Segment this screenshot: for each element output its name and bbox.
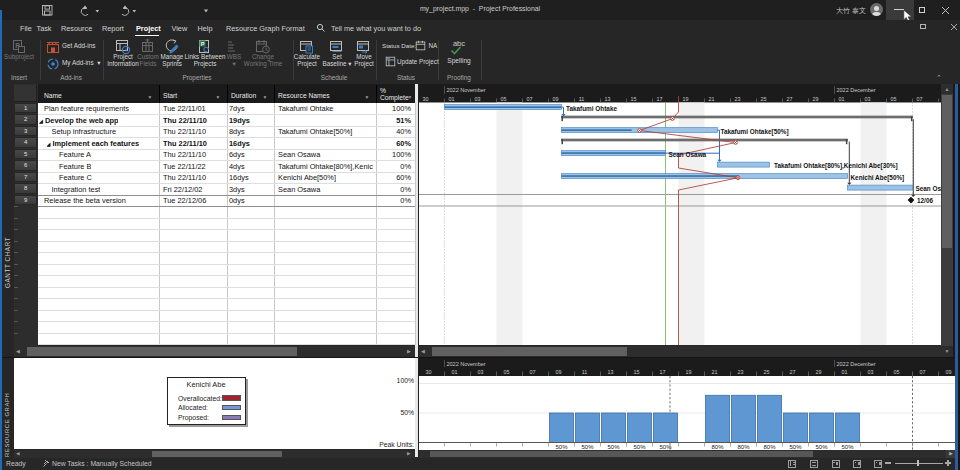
svg-text:01: 01 <box>839 96 845 102</box>
svg-text:01: 01 <box>842 369 848 375</box>
svg-text:03: 03 <box>478 369 484 375</box>
svg-text:03: 03 <box>475 96 481 102</box>
svg-text:2022 December: 2022 December <box>837 87 876 93</box>
svg-text:Sean Osawa: Sean Osawa <box>916 185 942 192</box>
svg-text:Takafumi Ohtake[80%],Kenichi A: Takafumi Ohtake[80%],Kenichi Abe[30%] <box>774 162 898 170</box>
svg-text:21: 21 <box>709 96 715 102</box>
svg-text:13: 13 <box>605 96 611 102</box>
svg-text:03: 03 <box>868 369 874 375</box>
svg-text:11: 11 <box>582 369 588 375</box>
svg-text:07: 07 <box>920 369 926 375</box>
svg-text:07: 07 <box>527 96 533 102</box>
svg-text:19: 19 <box>683 96 689 102</box>
svg-text:17: 17 <box>660 369 666 375</box>
svg-text:09: 09 <box>556 369 562 375</box>
svg-text:05: 05 <box>501 96 507 102</box>
svg-text:25: 25 <box>764 369 770 375</box>
svg-text:21: 21 <box>712 369 718 375</box>
svg-text:23: 23 <box>738 369 744 375</box>
svg-text:07: 07 <box>917 96 923 102</box>
svg-text:15: 15 <box>634 369 640 375</box>
svg-text:27: 27 <box>787 96 793 102</box>
svg-text:17: 17 <box>657 96 663 102</box>
svg-text:30: 30 <box>426 369 432 375</box>
svg-text:Kenichi Abe[50%]: Kenichi Abe[50%] <box>851 174 905 182</box>
svg-text:25: 25 <box>761 96 767 102</box>
svg-text:Takafumi Ohtake: Takafumi Ohtake <box>566 105 617 112</box>
svg-text:01: 01 <box>449 96 455 102</box>
svg-text:15: 15 <box>631 96 637 102</box>
svg-text:03: 03 <box>865 96 871 102</box>
svg-text:Sean Osawa: Sean Osawa <box>669 151 707 158</box>
svg-text:2022 November: 2022 November <box>447 87 486 93</box>
svg-text:2022 November: 2022 November <box>447 361 486 367</box>
svg-text:07: 07 <box>530 369 536 375</box>
svg-text:23: 23 <box>735 96 741 102</box>
svg-text:11: 11 <box>579 96 585 102</box>
svg-text:13: 13 <box>608 369 614 375</box>
svg-text:29: 29 <box>813 96 819 102</box>
svg-text:05: 05 <box>504 369 510 375</box>
svg-text:01: 01 <box>452 369 458 375</box>
svg-text:2022 December: 2022 December <box>837 361 876 367</box>
svg-text:29: 29 <box>816 369 822 375</box>
svg-text:05: 05 <box>891 96 897 102</box>
svg-text:05: 05 <box>894 369 900 375</box>
svg-text:Takafumi Ohtake[50%]: Takafumi Ohtake[50%] <box>721 128 789 136</box>
svg-text:09: 09 <box>553 96 559 102</box>
svg-text:12/06: 12/06 <box>917 197 933 204</box>
svg-text:27: 27 <box>790 369 796 375</box>
svg-text:P: P <box>201 40 205 46</box>
svg-text:09: 09 <box>946 369 952 375</box>
svg-text:19: 19 <box>686 369 692 375</box>
svg-text:30: 30 <box>423 96 429 102</box>
